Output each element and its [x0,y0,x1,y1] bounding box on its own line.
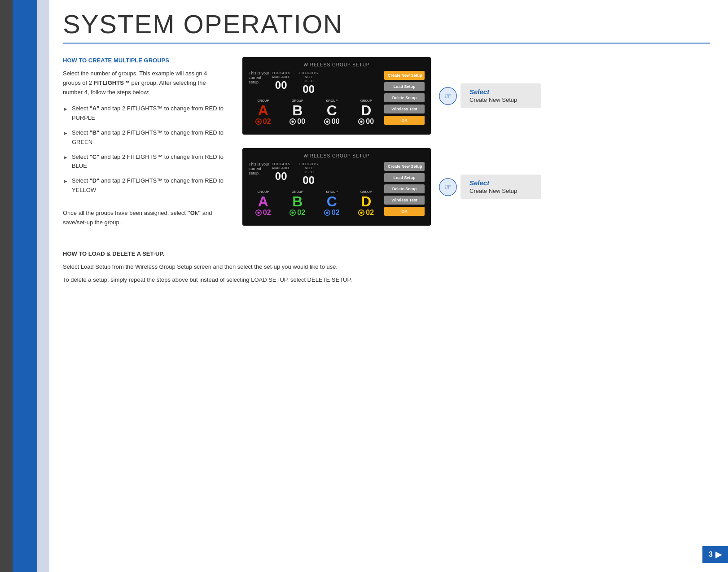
group-d-letter: D [352,103,381,118]
fitlights-available-count-2: 00 [275,170,287,182]
svg-point-5 [326,120,328,122]
fitlights-not-used-col: FITLIGHTSNOT USED 00 [299,71,318,95]
bullet-list: ► Select "A" and tap 2 FITLIGHTS™ to cha… [63,104,224,195]
fitlights-available-label: FITLIGHTSAVAILABLE [272,71,290,79]
group-c-letter: C [317,103,346,118]
svg-text:☞: ☞ [444,92,452,100]
section1-heading: HOW TO CREATE MULTIPLE GROUPS [63,57,224,64]
panel-bottom-left: This is your current setup. FITLIGHTSAVA… [249,162,381,220]
bullet-arrow: ► [63,129,68,138]
callout-1: ☞ Select Create New Setup [439,83,541,108]
bar-blue [13,0,37,572]
fitlights-available-col: FITLIGHTSAVAILABLE 00 [272,71,290,95]
svg-point-15 [326,211,328,214]
group-b-label-b: GROUP [283,190,312,193]
group-b-gear-icon-b [289,210,296,216]
wireless-test-button-bottom[interactable]: Wireless Test [384,196,425,205]
group-c[interactable]: GROUP C 00 [317,99,346,126]
group-a-count: 02 [263,118,271,126]
fitlights-available-count: 00 [275,79,287,91]
fitlights-not-used-label: FITLIGHTSNOT USED [299,71,318,83]
group-a-letter: A [249,103,278,118]
ok-button-bottom[interactable]: OK [384,207,425,216]
fitlights-not-used-count-2: 00 [303,174,315,186]
left-column: HOW TO CREATE MULTIPLE GROUPS Select the… [63,57,224,231]
load-section-heading: HOW TO LOAD & DELETE A SET-UP. [63,249,710,259]
group-d-count-row-b: 02 [352,209,381,217]
load-para1: Select Load Setup from the Wireless Grou… [63,262,710,272]
wireless-test-button-top[interactable]: Wireless Test [384,105,425,114]
load-setup-button-bottom[interactable]: Load Setup [384,173,425,182]
fitlights-not-used-col-2: FITLIGHTSNOT USED 00 [299,162,318,186]
group-b-count-row: 00 [283,118,312,126]
group-b-count-b: 02 [297,209,305,217]
group-b-count: 00 [297,118,305,126]
load-setup-button-top[interactable]: Load Setup [384,82,425,91]
left-decoration [0,0,49,572]
delete-setup-button-bottom[interactable]: Delete Setup [384,184,425,193]
list-item: ► Select "B" and tap 2 FITLIGHTS™ to cha… [63,128,224,147]
group-d[interactable]: GROUP D 00 [352,99,381,126]
bullet-arrow: ► [63,105,68,114]
group-a-letter-b: A [249,194,278,209]
page-number: 3 ▶ [702,546,728,563]
delete-setup-button-top[interactable]: Delete Setup [384,93,425,102]
bullet-arrow: ► [63,177,68,186]
callout-2: ☞ Select Create New Setup [439,175,541,199]
callout-1-action: Create New Setup [469,96,517,103]
panel-header-row: This is your current setup. FITLIGHTSAVA… [249,71,381,95]
svg-point-1 [257,120,259,122]
current-setup-label: This is your current setup. [249,71,272,84]
fitlights-cols-2: FITLIGHTSAVAILABLE 00 FITLIGHTSNOT USED … [272,162,318,186]
group-a-label: GROUP [249,99,278,102]
svg-point-7 [360,120,363,122]
fitlights-not-used-label-2: FITLIGHTSNOT USED [299,162,318,174]
panel-top-inner: This is your current setup. FITLIGHTSAVA… [249,71,425,129]
group-a[interactable]: GROUP A 02 [249,99,278,126]
callout-1-select: Select [469,88,532,96]
hand-pointer-icon-2: ☞ [439,178,457,196]
group-c-count: 00 [332,118,340,126]
bar-light [37,0,49,572]
group-a-gear-icon-b [255,210,262,216]
group-c-gear-icon-b [324,210,330,216]
svg-point-13 [292,211,294,214]
group-c-count-b: 02 [332,209,340,217]
group-b-bottom[interactable]: GROUP B 02 [283,190,312,217]
current-setup-label-2: This is your current setup. [249,162,272,175]
svg-text:☞: ☞ [444,183,452,192]
panel-top-left: This is your current setup. FITLIGHTSAVA… [249,71,381,129]
svg-point-17 [360,211,363,214]
group-a-gear-icon [255,118,262,125]
group-d-gear-icon [358,118,364,125]
brand-text: FITLIGHTS™ [94,79,130,86]
group-c-count-row: 00 [317,118,346,126]
group-d-letter-b: D [352,194,381,209]
right-column: WIRELESS GROUP SETUP This is your curren… [242,57,710,231]
group-c-label: GROUP [317,99,346,102]
group-d-label-b: GROUP [352,190,381,193]
setup-panel-bottom: WIRELESS GROUP SETUP This is your curren… [242,148,431,226]
create-new-setup-button-bottom[interactable]: Create New Setup [384,162,425,171]
group-a-count-b: 02 [263,209,271,217]
bottom-left-text: Once all the groups have been assigned, … [63,209,224,227]
ok-button-top[interactable]: OK [384,116,425,125]
bar-dark [0,0,13,572]
panel-top-title: WIRELESS GROUP SETUP [249,62,425,67]
callout-2-box: Select Create New Setup [460,175,541,199]
list-item: ► Select "D" and tap 2 FITLIGHTS™ to cha… [63,176,224,195]
group-c-gear-icon [324,118,330,125]
group-d-bottom[interactable]: GROUP D 02 [352,190,381,217]
callout-2-action: Create New Setup [469,188,517,194]
hand-pointer-icon-1: ☞ [439,87,457,105]
create-new-setup-button-top[interactable]: Create New Setup [384,71,425,80]
bullet-arrow: ► [63,153,68,162]
group-b-count-row-b: 02 [283,209,312,217]
group-c-bottom[interactable]: GROUP C 02 [317,190,346,217]
setup-panel-top: WIRELESS GROUP SETUP This is your curren… [242,57,431,135]
group-c-letter-b: C [317,194,346,209]
group-b[interactable]: GROUP B 00 [283,99,312,126]
page-title: SYSTEM OPERATION [63,9,710,39]
group-a-bottom[interactable]: GROUP A 02 [249,190,278,217]
panel-bottom-wrapper: WIRELESS GROUP SETUP This is your curren… [242,148,710,226]
